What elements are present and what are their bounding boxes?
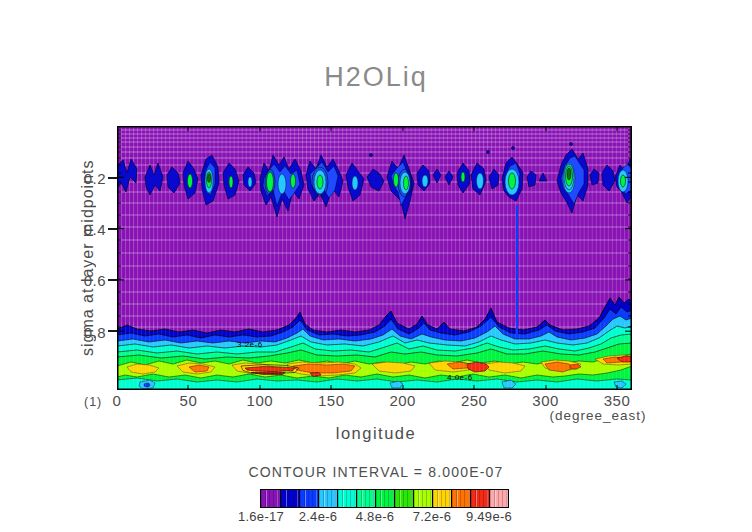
colorbar-box: [356, 490, 375, 507]
colorbar-box: [261, 490, 280, 507]
colorbar-box: [318, 490, 337, 507]
colorbar: [260, 489, 509, 508]
x-tick-label: 100: [247, 392, 274, 409]
y-major-tick: [108, 177, 117, 179]
colorbar-tick-label: 7.2e-6: [413, 509, 452, 524]
colorbar-box: [413, 490, 432, 507]
plot-title: H2OLiq: [0, 62, 752, 93]
y-tick-label: 0.6: [70, 272, 106, 289]
x-tick-label: 250: [461, 392, 488, 409]
contour-interval-label: CONTOUR INTERVAL = 8.000E-07: [0, 464, 752, 480]
contour-label: 3.2e-6: [237, 340, 263, 349]
colorbar-tick-label: 4.8e-6: [356, 509, 395, 524]
y-tick-label: 0.8: [70, 324, 106, 341]
x-tick-label: 0: [113, 392, 122, 409]
colorbar-box: [375, 490, 394, 507]
contour-plot: 3.2e-6 4.0e-6: [117, 126, 632, 390]
y-axis-label: sigma at layer midpoints: [76, 126, 100, 390]
plot-window: H2OLiq sigma at layer midpoints 0.20.40.…: [0, 0, 752, 532]
x-tick-label: 150: [318, 392, 345, 409]
x-tick-label: 300: [532, 392, 559, 409]
colorbar-box: [394, 490, 413, 507]
x-tick-label: 200: [389, 392, 416, 409]
x-axis-units: (degree_east): [549, 408, 646, 423]
x-tick-label: 350: [604, 392, 631, 409]
grid-overlay: [117, 322, 632, 390]
colorbar-box: [432, 490, 451, 507]
colorbar-box: [280, 490, 299, 507]
colorbar-box: [470, 490, 489, 507]
y-tick-label: 0.2: [70, 170, 106, 187]
colorbar-tick-label: 1.6e-17: [238, 509, 284, 524]
y-major-tick: [108, 330, 117, 332]
y-major-tick: [108, 279, 117, 281]
x-tick-label: 50: [180, 392, 198, 409]
colorbar-tick-label: 2.4e-6: [299, 509, 338, 524]
colorbar-box: [299, 490, 318, 507]
contour-plot-svg: 3.2e-6 4.0e-6: [117, 126, 632, 390]
y-major-tick: [108, 228, 117, 230]
field-index-label: (1): [84, 395, 102, 409]
colorbar-tick-label: 9.49e-6: [466, 509, 512, 524]
y-tick-label: 0.4: [70, 221, 106, 238]
contour-label: 4.0e-6: [447, 373, 473, 382]
colorbar-box: [451, 490, 470, 507]
colorbar-box: [489, 490, 508, 507]
colorbar-box: [337, 490, 356, 507]
x-axis-label: longitude: [0, 424, 752, 443]
